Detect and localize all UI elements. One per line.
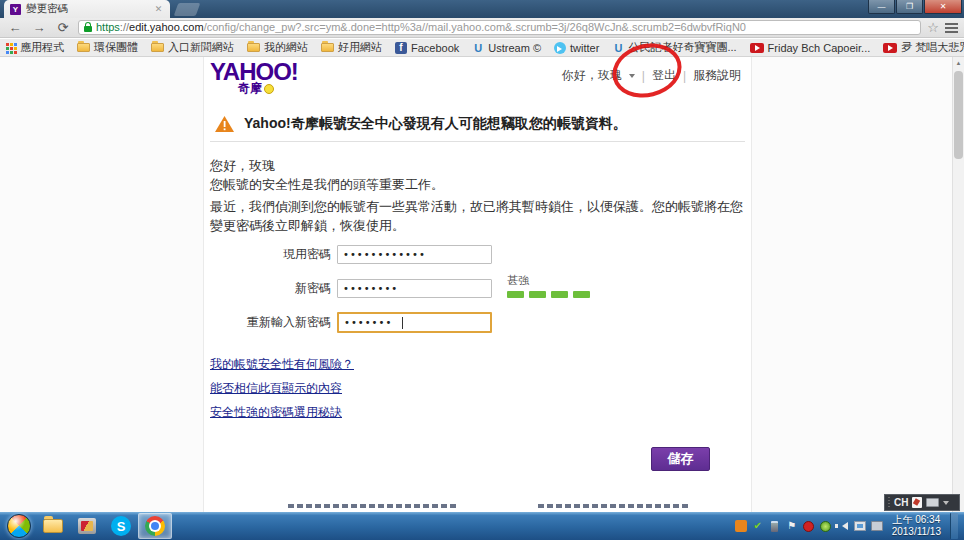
bookmark-ustream[interactable]: Ustream © [472,42,541,54]
password-strength-meter: 甚強 [507,273,590,298]
chrome-icon [145,516,165,536]
close-button[interactable] [924,0,962,14]
new-password-field[interactable] [337,279,492,298]
save-button[interactable]: 儲存 [651,447,710,471]
confirm-password-label: 重新輸入新密碼 [204,314,337,331]
taskbar-skype-button[interactable] [104,513,138,539]
address-bar[interactable]: https://edit.yahoo.com/config/change_pw?… [78,20,921,35]
show-desktop-button[interactable] [950,513,958,539]
page-content-column: YAHOO! 奇摩 你好，玫瑰 | 登出 | 服務說明 Yahoo!奇摩帳號安全… [203,57,752,512]
folder-icon [77,43,90,52]
new-password-label: 新密碼 [204,280,337,297]
clock-date: 2013/11/13 [892,526,941,538]
current-password-label: 現用密碼 [204,246,337,263]
bookmark-folder[interactable]: 好用網站 [321,40,382,55]
page-viewport: YAHOO! 奇摩 你好，玫瑰 | 登出 | 服務說明 Yahoo!奇摩帳號安全… [0,57,964,512]
ime-pen-icon[interactable] [912,497,922,508]
new-password-row: 新密碼 [204,279,492,298]
language-bar[interactable]: CH [884,494,960,511]
reload-button[interactable]: ⟳ [54,20,72,36]
desktop-screen: 變更密碼 ← → ⟳ https://edit.yahoo.com/config… [0,0,964,540]
langbar-options-icon[interactable] [943,501,949,508]
confirm-password-field[interactable] [337,312,492,333]
strength-bar [507,291,524,298]
warning-text: Yahoo!奇摩帳號安全中心發現有人可能想竊取您的帳號資料。 [244,115,627,133]
tab-close-icon[interactable] [153,4,164,15]
current-password-field[interactable] [337,245,492,264]
scrollbar-up-arrow-icon[interactable] [953,57,964,70]
paragraph-lock-notice: 最近，我們偵測到您的帳號有一些異常活動，故已將其暫時鎖住，以便保護。您的帳號將在… [210,197,748,235]
link-account-risk[interactable]: 我的帳號安全性有何風險？ [210,356,354,373]
taskbar-explorer-button[interactable] [36,513,70,539]
divider-rule [210,141,745,142]
help-link[interactable]: 服務說明 [693,67,741,84]
windows-orb-icon [7,514,31,538]
apps-grid-icon [6,43,9,46]
keyboard-icon[interactable] [926,498,939,507]
strength-bar [573,291,590,298]
browser-toolbar: ← → ⟳ https://edit.yahoo.com/config/chan… [0,18,964,38]
paragraph-security: 您帳號的安全性是我們的頭等重要工作。 [210,176,444,194]
bookmark-apps[interactable]: 應用程式 [6,40,64,55]
link-strong-password-tips[interactable]: 安全性強的密碼選用秘訣 [210,404,342,421]
system-tray: 上午 06:34 2013/11/13 [735,513,962,539]
strength-bars [507,291,590,298]
header-separator: | [683,69,686,83]
tray-volume-icon[interactable] [838,522,848,530]
chrome-menu-icon[interactable] [945,23,958,25]
langbar-grip[interactable] [888,497,890,508]
folder-icon [151,43,164,52]
window-controls [868,0,962,14]
maximize-button[interactable] [896,0,923,14]
media-player-icon [78,518,96,534]
start-button[interactable] [2,513,36,539]
explorer-folder-icon [43,519,63,533]
bookmarks-bar: 應用程式 環保團體 入口新聞網站 我的網站 好用網站 Facebook Ustr… [0,39,964,57]
tray-network-icon[interactable] [871,521,883,531]
tray-check-icon[interactable] [752,520,764,532]
language-indicator[interactable]: CH [894,497,908,508]
minimize-button[interactable] [868,0,895,14]
youtube-icon [750,43,764,53]
tray-status-icon[interactable] [820,521,831,532]
confirm-password-row: 重新輸入新密碼 [204,312,492,333]
bookmark-folder[interactable]: 環保團體 [77,40,138,55]
bookmark-twitter[interactable]: twitter [554,42,599,54]
tray-display-icon[interactable] [854,521,866,531]
current-password-row: 現用密碼 [204,245,492,264]
back-button[interactable]: ← [6,20,24,36]
taskbar-media-player-button[interactable] [70,513,104,539]
taskbar-clock[interactable]: 上午 06:34 2013/11/13 [892,514,941,538]
yahoo-kimo-logo[interactable]: YAHOO! 奇摩 [210,60,298,97]
new-tab-button[interactable] [174,3,201,16]
kimo-logo-text: 奇摩 [238,80,262,97]
taskbar: 上午 06:34 2013/11/13 [0,512,964,540]
bookmark-star-icon[interactable] [927,21,939,35]
tray-action-center-flag-icon[interactable] [786,520,798,532]
scrollbar-thumb[interactable] [954,71,963,159]
tab-title: 變更密碼 [26,2,148,16]
greeting-line: 您好，玫瑰 [210,157,275,175]
browser-tab[interactable]: 變更密碼 [4,0,170,18]
taskbar-chrome-button[interactable] [138,513,172,539]
security-warning: Yahoo!奇摩帳號安全中心發現有人可能想竊取您的帳號資料。 [214,115,627,133]
tray-antivirus-icon[interactable] [803,521,814,532]
bookmark-folder[interactable]: 入口新聞網站 [151,40,234,55]
footer-text-fragment [538,504,688,508]
page-scrollbar[interactable] [952,57,964,512]
folder-icon [321,43,334,52]
bookmark-folder[interactable]: 我的網站 [247,40,308,55]
ustream-icon [472,42,484,54]
tray-update-icon[interactable] [735,520,747,532]
facebook-icon [395,42,407,54]
link-trust-page[interactable]: 能否相信此頁顯示的內容 [210,380,342,397]
bookmark-facebook[interactable]: Facebook [395,42,459,54]
ssl-lock-icon[interactable] [84,26,92,32]
tray-power-icon[interactable] [771,521,778,532]
bookmark-youtube-1[interactable]: Friday Bch Capoeir... [750,42,871,54]
warning-triangle-icon [214,115,235,133]
url-text: https://edit.yahoo.com/config/change_pw?… [96,21,746,33]
bookmark-youtube-2[interactable]: 夛 梵唱大悲咒，D... [883,40,964,55]
forward-button[interactable]: → [30,20,48,36]
strength-bar [529,291,546,298]
